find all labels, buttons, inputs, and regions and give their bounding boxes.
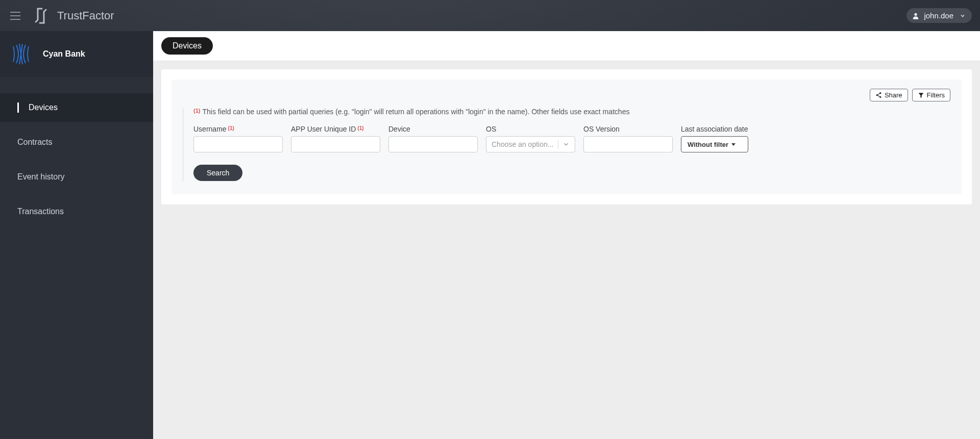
input-device[interactable] [388,136,478,152]
brand-logo-icon [32,7,50,25]
sidebar-item-devices[interactable]: Devices [0,93,153,122]
field-os-version: OS Version [583,125,673,152]
page-tab-devices[interactable]: Devices [161,37,213,55]
sidebar-item-label: Transactions [17,207,64,216]
page-tab-bar: Devices [153,31,980,61]
label-last-association: Last association date [681,125,748,133]
svg-line-4 [878,94,880,95]
panel: Share Filters (1) This field can be used… [161,69,972,204]
sidebar-item-event-history[interactable]: Event history [0,163,153,191]
field-username: Username (1) [193,125,283,152]
brand[interactable]: TrustFactor [32,7,114,25]
search-button[interactable]: Search [193,165,242,181]
field-os: OS Choose an option... [486,125,575,152]
sidebar-item-label: Contracts [17,138,52,147]
label-device-text: Device [388,125,410,133]
topbar: TrustFactor john.doe [0,0,980,31]
brand-text: TrustFactor [57,9,114,22]
last-assoc-btn-label: Without filter [688,141,728,148]
org-logo-icon [8,41,34,67]
sidebar-item-contracts[interactable]: Contracts [0,128,153,157]
filter-icon [918,92,924,98]
hint-text: This field can be used with partial quer… [202,108,629,116]
hint-sup: (1) [193,108,200,114]
select-placeholder: Choose an option... [492,140,553,148]
sidebar-gap [0,77,153,85]
field-app-user-id: APP User Unique ID (1) [291,125,380,152]
user-icon [912,12,920,20]
topbar-right: john.doe [906,8,972,23]
hint-row: (1) This field can be used with partial … [193,108,950,116]
label-username-text: Username [193,125,227,133]
label-device: Device [388,125,478,133]
svg-point-0 [915,13,917,15]
org-block[interactable]: Cyan Bank [0,31,153,77]
topbar-left: TrustFactor [8,7,114,25]
sidebar-item-label: Event history [17,172,64,182]
field-last-association: Last association date Without filter [681,125,748,152]
sidebar-item-transactions[interactable]: Transactions [0,197,153,226]
filters-button[interactable]: Filters [912,89,950,101]
label-os-version: OS Version [583,125,673,133]
sidebar-item-label: Devices [29,103,58,112]
select-separator [558,140,558,149]
share-label: Share [885,91,902,99]
input-username[interactable] [193,136,283,152]
svg-point-2 [876,94,878,96]
last-association-filter-button[interactable]: Without filter [681,136,748,152]
nav-list: Devices Contracts Event history Transact… [0,87,153,226]
label-os-text: OS [486,125,496,133]
svg-line-5 [878,95,880,96]
user-name: john.doe [924,11,953,20]
field-device: Device [388,125,478,152]
fields-row: Username (1) APP User Unique ID (1) [193,125,950,152]
svg-point-3 [879,96,881,98]
input-os-version[interactable] [583,136,673,152]
menu-icon[interactable] [8,10,22,22]
label-os-version-text: OS Version [583,125,620,133]
label-app-user-id: APP User Unique ID (1) [291,125,380,133]
input-app-user-id[interactable] [291,136,380,152]
label-os: OS [486,125,575,133]
filters-label: Filters [927,91,945,99]
filter-box: Share Filters (1) This field can be used… [172,80,962,194]
caret-down-icon [731,143,736,146]
content: Devices Share [153,31,980,439]
org-name: Cyan Bank [43,49,85,59]
label-username: Username (1) [193,125,283,133]
svg-point-1 [879,92,881,94]
share-icon [875,92,882,98]
share-button[interactable]: Share [870,89,908,101]
user-menu[interactable]: john.doe [906,8,972,23]
filter-body: (1) This field can be used with partial … [183,108,950,181]
label-last-assoc-text: Last association date [681,125,748,133]
sidebar: Cyan Bank Devices Contracts Event histor… [0,31,153,439]
chevron-down-icon [960,13,966,19]
select-os[interactable]: Choose an option... [486,136,575,152]
chevron-down-icon [562,141,570,148]
sup-username: (1) [228,125,234,131]
label-app-user-id-text: APP User Unique ID [291,125,356,133]
sup-app-user-id: (1) [357,125,363,131]
filter-actions: Share Filters [183,89,950,101]
